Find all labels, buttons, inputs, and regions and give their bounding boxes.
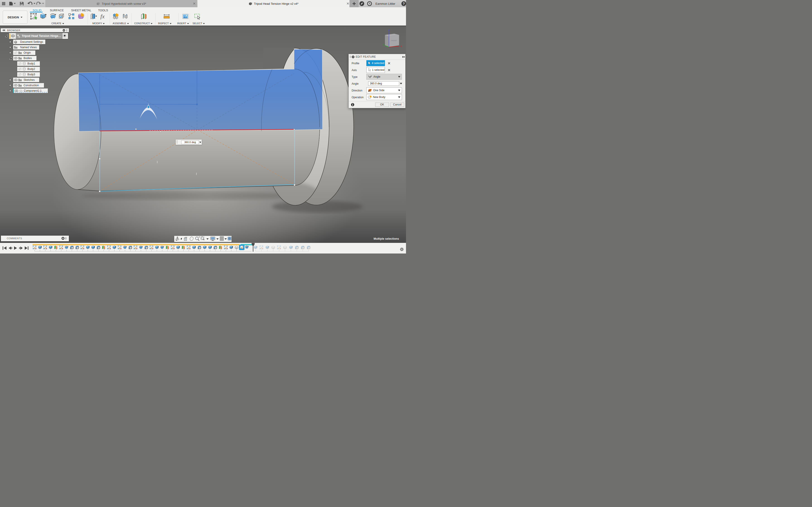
svg-text:fx: fx bbox=[100, 13, 105, 20]
svg-text:X: X bbox=[401, 45, 402, 48]
svg-text:T: T bbox=[387, 39, 388, 42]
svg-text:Y: Y bbox=[383, 44, 384, 46]
svg-text:Z: Z bbox=[388, 29, 390, 32]
svg-text:?: ? bbox=[403, 2, 405, 5]
svg-text:FRONT: FRONT bbox=[391, 40, 397, 42]
